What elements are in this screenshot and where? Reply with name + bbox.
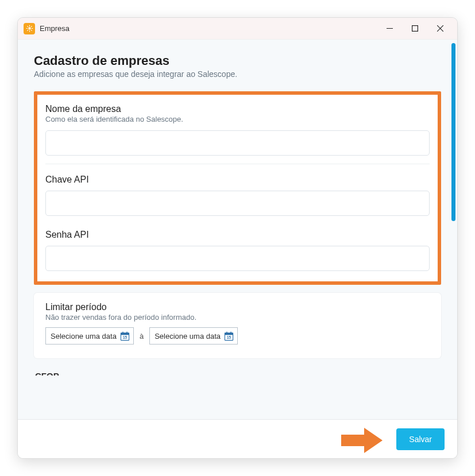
svg-rect-13 <box>230 331 231 334</box>
window-title: Empresa <box>40 24 69 33</box>
svg-rect-7 <box>122 331 123 334</box>
date-to-placeholder: Selecione uma data <box>155 332 221 340</box>
svg-rect-2 <box>412 26 418 32</box>
svg-point-0 <box>28 27 30 29</box>
footer: Salvar <box>18 419 457 458</box>
save-button[interactable]: Salvar <box>396 428 445 450</box>
field-company-name: Nome da empresa Como ela será identifica… <box>45 100 430 164</box>
date-from-placeholder: Selecione uma data <box>51 332 117 340</box>
field-api-key: Chave API <box>45 164 430 224</box>
highlight-annotation: Nome da empresa Como ela será identifica… <box>34 91 441 285</box>
close-button[interactable] <box>427 20 453 37</box>
app-icon <box>24 23 35 34</box>
titlebar: Empresa <box>18 18 457 40</box>
date-separator: à <box>140 332 144 340</box>
app-window: Empresa Cadastro de empresas Adicione as… <box>17 17 458 459</box>
page-subtitle: Adicione as empresas que deseja integrar… <box>34 69 441 79</box>
period-hint: Não trazer vendas fora do período inform… <box>45 313 430 322</box>
period-card: Limitar período Não trazer vendas fora d… <box>34 293 441 358</box>
cutoff-section-label: CFOP <box>35 371 441 376</box>
arrow-annotation-icon <box>341 428 383 453</box>
api-key-input[interactable] <box>45 191 430 216</box>
svg-rect-6 <box>121 332 129 335</box>
company-name-input[interactable] <box>45 130 430 156</box>
company-name-label: Nome da empresa <box>45 104 430 114</box>
svg-rect-12 <box>226 331 227 334</box>
api-key-label: Chave API <box>45 175 430 185</box>
scrollbar-thumb[interactable] <box>451 43 455 221</box>
calendar-icon: 15 <box>120 331 130 341</box>
company-name-hint: Como ela será identificada no Salescope. <box>45 115 430 123</box>
page-title: Cadastro de empresas <box>34 53 441 68</box>
api-password-input[interactable] <box>45 246 430 271</box>
date-from-picker[interactable]: Selecione uma data 15 <box>45 327 134 345</box>
svg-rect-8 <box>126 331 127 334</box>
api-password-label: Senha API <box>45 230 430 240</box>
content-area: Cadastro de empresas Adicione as empresa… <box>18 40 457 458</box>
minimize-button[interactable] <box>377 20 402 37</box>
svg-rect-11 <box>225 332 233 335</box>
date-to-picker[interactable]: Selecione uma data 15 <box>149 327 238 345</box>
svg-text:15: 15 <box>123 335 128 339</box>
period-label: Limitar período <box>45 302 430 312</box>
field-api-password: Senha API <box>45 224 430 273</box>
maximize-button[interactable] <box>402 20 427 37</box>
svg-text:15: 15 <box>227 335 231 339</box>
calendar-icon: 15 <box>224 331 234 341</box>
svg-marker-15 <box>341 428 383 453</box>
